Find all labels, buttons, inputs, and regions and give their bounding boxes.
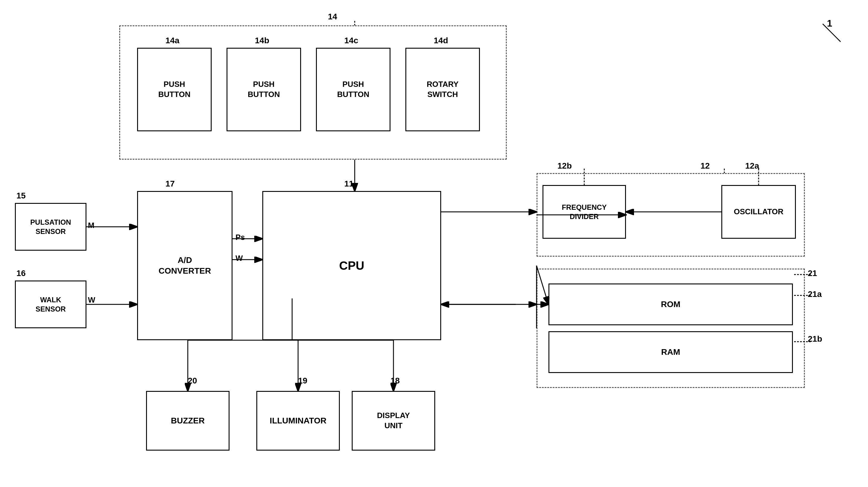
label-21a: 21a bbox=[808, 289, 822, 299]
frequency-divider: FREQUENCYDIVIDER bbox=[542, 185, 626, 239]
buzzer: BUZZER bbox=[146, 391, 229, 451]
pulsation-sensor: PULSATIONSENSOR bbox=[15, 203, 87, 251]
display-unit: DISPLAYUNIT bbox=[352, 391, 435, 451]
walk-sensor: WALKSENSOR bbox=[15, 281, 87, 328]
signal-W-sensor: W bbox=[88, 295, 95, 305]
label-14d: 14d bbox=[434, 36, 448, 45]
label-14c: 14c bbox=[344, 36, 358, 45]
signal-Ps: Ps bbox=[236, 233, 245, 242]
signal-W-adc: W bbox=[236, 254, 243, 263]
label-15: 15 bbox=[17, 191, 26, 201]
push-button-14a: PUSHBUTTON bbox=[137, 48, 212, 131]
label-20: 20 bbox=[188, 376, 197, 385]
oscillator: OSCILLATOR bbox=[721, 185, 796, 239]
push-button-14c: PUSHBUTTON bbox=[316, 48, 391, 131]
push-button-14b: PUSHBUTTON bbox=[226, 48, 301, 131]
diagram: 1 14 PUSHBUTTON 14a PUSHBUTTON 14b PUSHB… bbox=[0, 0, 868, 487]
label-14a: 14a bbox=[165, 36, 180, 45]
label-16: 16 bbox=[17, 268, 26, 278]
label-19: 19 bbox=[298, 376, 307, 385]
ram: RAM bbox=[549, 331, 793, 373]
label-11: 11 bbox=[344, 179, 353, 189]
rotary-switch-14d: ROTARYSWITCH bbox=[405, 48, 480, 131]
label-12a: 12a bbox=[745, 161, 759, 171]
label-21: 21 bbox=[808, 268, 817, 278]
cpu: CPU bbox=[262, 191, 441, 340]
ad-converter: A/DCONVERTER bbox=[137, 191, 232, 340]
illuminator: ILLUMINATOR bbox=[256, 391, 340, 451]
label-14: 14 bbox=[328, 12, 337, 22]
label-21b: 21b bbox=[808, 334, 822, 344]
label-18: 18 bbox=[391, 376, 400, 385]
signal-M: M bbox=[88, 221, 94, 230]
label-14b: 14b bbox=[255, 36, 269, 45]
ref-1: 1 bbox=[827, 18, 832, 29]
label-12b: 12b bbox=[557, 161, 572, 171]
rom: ROM bbox=[549, 284, 793, 325]
label-12: 12 bbox=[701, 161, 710, 171]
label-17: 17 bbox=[165, 179, 175, 189]
